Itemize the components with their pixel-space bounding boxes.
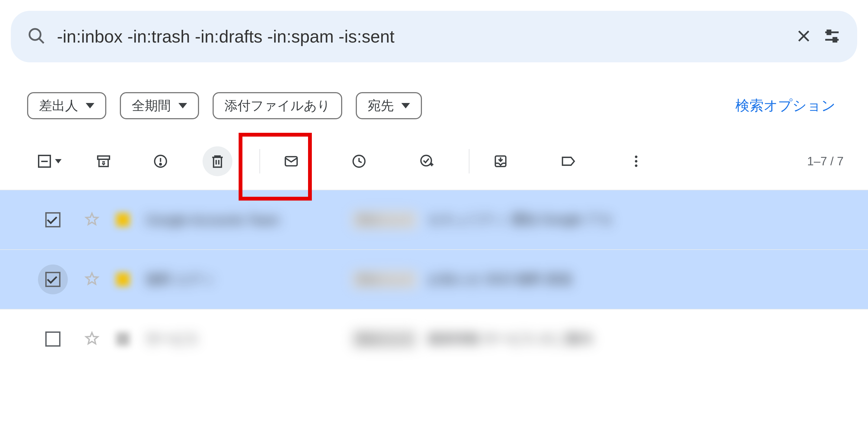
filter-chip-label: 宛先 (368, 97, 394, 114)
importance-marker[interactable] (116, 332, 130, 346)
delete-button[interactable] (203, 146, 232, 176)
svg-point-0 (30, 29, 41, 40)
row-label-badge: 受信トレイ (352, 211, 417, 229)
svg-line-1 (39, 38, 44, 43)
search-icon (27, 27, 46, 46)
search-input[interactable] (57, 27, 784, 46)
toolbar: 1–7 / 7 (0, 119, 868, 190)
row-sender: Google Accounts Team (146, 212, 336, 227)
svg-marker-28 (86, 213, 98, 224)
mail-row[interactable]: 無料 エディ 受信トレイ お知らせ 2023 無料 新規 (0, 250, 868, 309)
row-subject-text: 最新情報 サービス のご案内 (428, 330, 592, 348)
search-options-link[interactable]: 検索オプション (735, 96, 841, 115)
search-options-icon[interactable] (823, 27, 841, 46)
mark-unread-button[interactable] (276, 146, 306, 176)
svg-marker-29 (86, 273, 98, 284)
mail-row[interactable]: Google Accounts Team 受信トレイ セキュリティ 通知 Goo… (0, 190, 868, 250)
row-subject: 受信トレイ 最新情報 サービス のご案内 (352, 330, 868, 348)
importance-marker[interactable] (116, 213, 130, 227)
add-to-tasks-button[interactable] (412, 146, 442, 176)
filter-chip-time[interactable]: 全期間 (120, 92, 199, 119)
svg-point-18 (421, 155, 431, 166)
star-icon[interactable] (84, 211, 100, 228)
pager-text[interactable]: 1–7 / 7 (807, 155, 852, 168)
svg-point-25 (635, 156, 637, 158)
filter-chip-label: 差出人 (39, 97, 78, 114)
toolbar-separator (259, 149, 260, 173)
row-subject-text: お知らせ 2023 無料 新規 (428, 270, 572, 289)
row-subject: 受信トレイ お知らせ 2023 無料 新規 (352, 270, 868, 289)
svg-rect-7 (834, 38, 837, 42)
row-sender: 無料 エディ (146, 271, 336, 288)
filter-chip-label: 全期間 (132, 97, 171, 114)
snooze-button[interactable] (344, 146, 374, 176)
labels-button[interactable] (553, 146, 583, 176)
archive-button[interactable] (89, 146, 119, 176)
report-spam-button[interactable] (146, 146, 176, 176)
select-all-checkbox[interactable] (38, 155, 62, 168)
svg-point-26 (635, 160, 637, 162)
chevron-down-icon (179, 103, 187, 108)
filter-chips-row: 差出人 全期間 添付ファイルあり 宛先 検索オプション (0, 62, 868, 119)
chevron-down-icon (55, 159, 62, 163)
filter-chip-to[interactable]: 宛先 (356, 92, 422, 119)
mail-row[interactable]: サービス 受信トレイ 最新情報 サービス のご案内 (0, 309, 868, 369)
importance-marker[interactable] (116, 273, 130, 286)
row-checkbox[interactable] (45, 272, 60, 287)
row-sender: サービス (146, 330, 336, 348)
svg-point-27 (635, 165, 637, 167)
move-to-button[interactable] (486, 146, 516, 176)
filter-chip-attachment[interactable]: 添付ファイルあり (213, 92, 342, 119)
svg-point-13 (160, 163, 161, 165)
mail-list: Google Accounts Team 受信トレイ セキュリティ 通知 Goo… (0, 190, 868, 369)
toolbar-separator (469, 149, 469, 173)
clear-search-button[interactable] (795, 28, 812, 45)
chevron-down-icon (86, 103, 94, 108)
star-icon[interactable] (84, 271, 100, 288)
filter-chip-from[interactable]: 差出人 (27, 92, 106, 119)
row-checkbox[interactable] (45, 331, 60, 346)
chevron-down-icon (401, 103, 410, 108)
svg-rect-6 (828, 30, 831, 34)
row-subject: 受信トレイ セキュリティ 通知 Google アカ (352, 211, 868, 229)
search-bar (11, 11, 857, 62)
row-subject-text: セキュリティ 通知 Google アカ (428, 211, 613, 229)
more-button[interactable] (621, 146, 651, 176)
filter-chip-label: 添付ファイルあり (224, 97, 330, 114)
row-label-badge: 受信トレイ (352, 330, 417, 348)
svg-marker-30 (86, 333, 98, 344)
row-label-badge: 受信トレイ (352, 270, 417, 289)
row-checkbox[interactable] (45, 212, 60, 227)
star-icon[interactable] (84, 331, 100, 347)
